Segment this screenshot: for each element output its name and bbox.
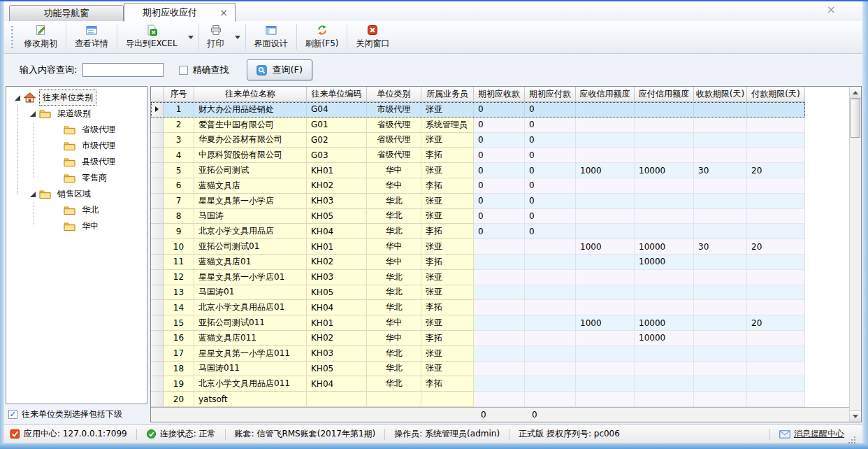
scrollbar-thumb[interactable] <box>851 99 860 138</box>
table-row[interactable]: 3华夏办公器材有限公司G02省级代理张亚00 <box>151 133 805 148</box>
table-row[interactable]: 12星星文具第一小学店01KH03华北张亚 <box>151 270 805 285</box>
table-cell: 张亚 <box>421 133 474 148</box>
table-cell <box>525 346 576 362</box>
column-header[interactable]: 期初应付款 <box>525 87 576 102</box>
table-cell <box>576 148 635 163</box>
table-row[interactable]: 17星星文具第一小学店011KH03华北张亚 <box>151 346 805 362</box>
table-row[interactable]: 18马国涛011KH05华北张亚 <box>151 362 805 377</box>
tree-expander-icon[interactable] <box>30 111 36 117</box>
table-cell: KH02 <box>307 178 367 194</box>
tree-item[interactable]: 市级代理 <box>6 138 147 154</box>
column-header[interactable]: 往来单位编码 <box>307 87 367 102</box>
arrow-down-icon <box>853 415 858 421</box>
include-sublevel-option[interactable]: 往来单位类别选择包括下级 <box>8 408 122 420</box>
include-sublevel-checkbox[interactable] <box>8 410 17 419</box>
table-row[interactable]: 2爱普生中国有限公司G01省级代理系统管理员00 <box>151 117 805 133</box>
window-close-icon[interactable]: × <box>827 4 836 15</box>
tab-close-icon[interactable]: × <box>219 8 228 17</box>
summary-spacer <box>151 408 474 422</box>
toolbar-grip[interactable] <box>11 26 13 48</box>
column-header[interactable]: 单位类别 <box>367 87 421 102</box>
scroll-down-button[interactable] <box>850 410 861 422</box>
ui-design-button[interactable]: 界面设计 <box>247 21 295 53</box>
table-row[interactable]: 16蓝猫文具店011KH02华中李拓10000 <box>151 331 805 346</box>
vertical-scrollbar[interactable] <box>849 87 861 422</box>
refresh-button[interactable]: 刷新(F5) <box>298 21 346 53</box>
table-row[interactable]: 4中原科贸股份有限公司G03省级代理李拓00 <box>151 148 805 163</box>
view-detail-button[interactable]: 查看详情 <box>68 21 115 53</box>
table-cell: 华北 <box>367 362 421 377</box>
account-status: 账套: 信管飞RMS账套(2017年第1期) <box>235 428 376 440</box>
table-cell <box>576 209 635 224</box>
print-dropdown-arrow[interactable] <box>231 21 244 53</box>
home-icon <box>24 92 36 103</box>
column-header[interactable]: 序号 <box>164 87 194 102</box>
table-row[interactable]: 9北京小学文具用品店KH04华北李拓00 <box>151 224 805 239</box>
table-cell <box>635 209 694 224</box>
tree-item-label: 华北 <box>79 203 101 218</box>
query-button[interactable]: 查询(F) <box>247 59 312 80</box>
table-row[interactable]: 7星星文具第一小学店KH03华北张亚00 <box>151 194 805 209</box>
tree-item[interactable]: 华北 <box>6 202 147 218</box>
table-row[interactable]: 19北京小学文具用品店011KH04华北李拓 <box>151 376 805 392</box>
grid-header: 序号往来单位名称往来单位编码单位类别所属业务员期初应收款期初应付款应收信用额度应… <box>151 87 849 102</box>
table-row[interactable]: 15亚拓公司测试011KH01华中张亚10001000020 <box>151 315 805 331</box>
tree-item[interactable]: 零售商 <box>6 170 147 186</box>
table-row[interactable]: 6蓝猫文具店KH02华中李拓00 <box>151 178 805 194</box>
message-center-link[interactable]: 消息提醒中心 <box>779 428 844 440</box>
export-excel-button[interactable]: 导出到EXCEL <box>119 21 185 53</box>
table-cell: KH05 <box>307 362 367 377</box>
table-row[interactable]: 5亚拓公司测试KH01华中张亚001000100003020 <box>151 163 805 178</box>
tree-expander-icon[interactable] <box>30 192 36 197</box>
edit-icon <box>35 24 46 36</box>
tree-item[interactable]: 省级代理 <box>6 122 147 138</box>
tree-item[interactable]: 华中 <box>6 218 147 234</box>
tree-item[interactable]: 往来单位类别 <box>6 90 147 106</box>
layout-design-icon <box>266 24 277 36</box>
resize-grip[interactable] <box>854 442 855 443</box>
table-cell: KH03 <box>307 346 367 362</box>
exact-match-checkbox[interactable] <box>179 66 188 75</box>
print-button[interactable]: 打印 <box>201 21 231 53</box>
table-cell: KH04 <box>307 376 367 392</box>
column-header[interactable]: 往来单位名称 <box>194 87 307 102</box>
table-cell: 0 <box>525 224 576 239</box>
table-cell: 10000 <box>635 239 694 255</box>
table-cell: 华中 <box>367 239 421 255</box>
tree-item[interactable]: 渠道级别 <box>6 106 147 122</box>
tab-initial-receivable-payable[interactable]: 期初应收应付 × <box>124 3 236 22</box>
close-window-button[interactable]: 关闭窗口 <box>349 21 396 53</box>
tab-function-nav[interactable]: 功能导航窗 <box>9 5 124 22</box>
tree-item[interactable]: 销售区域 <box>6 186 147 202</box>
table-row[interactable]: 10亚拓公司测试01KH01华中张亚1000100003020 <box>151 239 805 255</box>
tree-indent <box>51 143 60 149</box>
column-header[interactable]: 期初应收款 <box>474 87 525 102</box>
column-header[interactable]: 应收信用额度 <box>576 87 635 102</box>
column-header[interactable]: 所属业务员 <box>421 87 474 102</box>
table-cell: 0 <box>474 178 525 194</box>
table-row[interactable]: 1财大办公用品经销处G04市级代理张亚00 <box>151 102 805 117</box>
row-header-cell <box>151 285 164 301</box>
search-input[interactable] <box>82 63 164 77</box>
table-row[interactable]: 14北京小学文具用品店01KH04华北李拓 <box>151 300 805 315</box>
column-header[interactable]: 付款期限(天) <box>747 87 805 102</box>
table-cell: 北京小学文具用品店 <box>194 224 307 239</box>
tree-item-label: 华中 <box>79 219 101 234</box>
export-dropdown-arrow[interactable] <box>185 21 197 53</box>
table-cell: 张亚 <box>421 194 474 209</box>
modify-initial-button[interactable]: 修改期初 <box>17 21 64 53</box>
column-header[interactable]: 应付信用额度 <box>635 87 694 102</box>
table-row[interactable]: 11蓝猫文具店01KH02华中李拓10000 <box>151 255 805 270</box>
tree-expander-icon[interactable] <box>15 95 20 101</box>
toolbar-button-label: 界面设计 <box>254 38 288 50</box>
column-header[interactable]: 收款期限(天) <box>694 87 747 102</box>
tree-item[interactable]: 县级代理 <box>6 154 147 170</box>
table-row[interactable]: 8马国涛KH05华北张亚00 <box>151 209 805 224</box>
table-row[interactable]: 13马国涛01KH05华北张亚 <box>151 285 805 301</box>
table-cell: 10000 <box>635 255 694 270</box>
table-row[interactable]: 20yatsoft <box>151 392 805 407</box>
scroll-up-button[interactable] <box>850 87 861 99</box>
query-button-label: 查询(F) <box>272 64 303 76</box>
table-cell: 1000 <box>576 315 635 331</box>
table-cell: KH02 <box>307 255 367 270</box>
